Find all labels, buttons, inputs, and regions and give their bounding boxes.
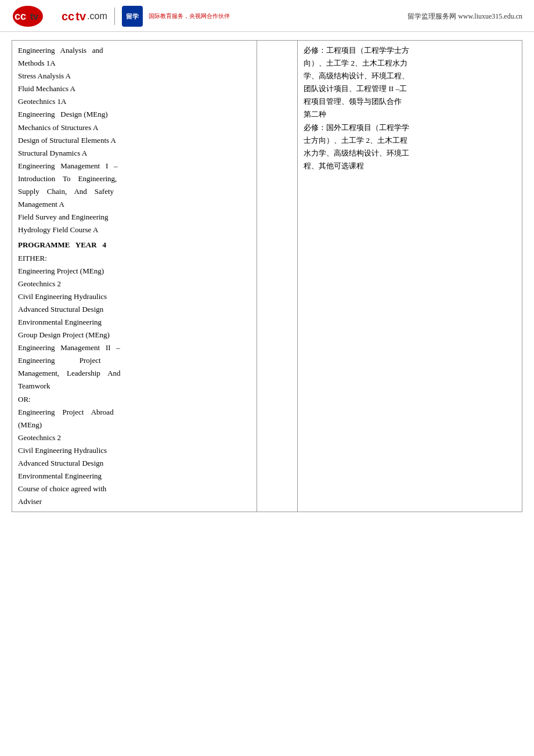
course-line-25: Management, Leadership And [18, 367, 251, 380]
course-line-17: Engineering Project (MEng) [18, 265, 251, 278]
svg-text:tv: tv [30, 12, 38, 21]
right-line-1: 必修：工程项目（工程学学士方 [304, 46, 409, 55]
right-line-4: 团队设计项目、工程管理 II –工 [304, 84, 407, 93]
cctv-logo: cc tv tv [12, 5, 58, 28]
subtitle-area: 国际教育服务，央视网合作伙伴 [149, 12, 230, 20]
course-line-26: Teamwork [18, 380, 251, 393]
course-line-34: Course of choice agreed with [18, 483, 251, 495]
com-text: .com [87, 11, 107, 21]
course-line-21: Environmental Engineering [18, 316, 251, 329]
right-line-5: 程项目管理、领导与团队合作 [304, 97, 402, 106]
table-row-main: Engineering Analysis and Methods 1A Stre… [12, 41, 522, 512]
course-line-35: Adviser [18, 495, 251, 508]
course-line-3: Stress Analysis A [18, 70, 251, 82]
liuxue-logo: 留学 [122, 6, 143, 27]
right-section2: 第二种 [304, 110, 326, 118]
course-line-7: Mechanics of Structures A [18, 121, 251, 134]
cc-text: cc [62, 10, 74, 23]
course-line-5: Geotechnics 1A [18, 95, 251, 108]
course-line-8: Design of Structural Elements A [18, 134, 251, 147]
middle-column [257, 41, 297, 512]
course-line-14: Field Survey and Engineering [18, 211, 251, 224]
course-line-24: Engineering Project [18, 354, 251, 367]
course-line-28: Engineering Project Abroad [18, 406, 251, 419]
right-line-8: 水力学、高级结构设计、环境工 [304, 149, 409, 157]
header-site-url: 留学监理服务网 www.liuxue315.edu.cn [407, 12, 522, 21]
main-content: Engineering Analysis and Methods 1A Stre… [0, 32, 534, 518]
course-line-11: Introduction To Engineering, [18, 172, 251, 185]
course-line-33: Environmental Engineering [18, 470, 251, 483]
course-line-32: Advanced Structural Design [18, 457, 251, 470]
right-line-6: 必修：国外工程项目（工程学学 [304, 123, 409, 132]
svg-text:cc: cc [15, 10, 26, 22]
header: cc tv tv cc tv .com 留学 国际教育服务，央视网合作伙伴 [0, 0, 534, 32]
or-label: OR: [18, 393, 251, 406]
course-line-13: Management A [18, 198, 251, 211]
course-line-20: Advanced Structural Design [18, 303, 251, 316]
left-column: Engineering Analysis and Methods 1A Stre… [12, 41, 257, 512]
course-line-29: (MEng) [18, 419, 251, 431]
either-label: EITHER: [18, 252, 251, 265]
course-line-23: Engineering Management II – [18, 341, 251, 354]
footer-space [0, 518, 534, 692]
header-subtitle: 国际教育服务，央视网合作伙伴 [149, 12, 230, 20]
course-line-22: Group Design Project (MEng) [18, 329, 251, 341]
right-line-2: 向）、土工学 2、土木工程水力 [304, 59, 407, 67]
course-line-31: Civil Engineering Hydraulics [18, 444, 251, 457]
course-line-19: Civil Engineering Hydraulics [18, 290, 251, 303]
course-line-15: Hydrology Field Course A [18, 224, 251, 236]
course-line-10: Engineering Management I – [18, 160, 251, 172]
right-line-7: 士方向）、土工学 2、土木工程 [304, 136, 407, 145]
course-line-9: Structural Dynamics A [18, 147, 251, 160]
logo-text-group: cc tv .com [62, 10, 107, 23]
course-line-1: Engineering Analysis and [18, 44, 251, 57]
course-line-12: Supply Chain, And Safety [18, 185, 251, 198]
page: cc tv tv cc tv .com 留学 国际教育服务，央视网合作伙伴 [0, 0, 534, 756]
course-line-4: Fluid Mechanics A [18, 82, 251, 95]
programme-year4: PROGRAMME YEAR 4 [18, 239, 251, 251]
cctv-logo-svg: cc tv tv [12, 5, 58, 28]
content-table: Engineering Analysis and Methods 1A Stre… [12, 40, 522, 512]
right-column: 必修：工程项目（工程学学士方 向）、土工学 2、土木工程水力 学、高级结构设计、… [298, 41, 522, 512]
logo-separator [114, 8, 115, 25]
course-line-30: Geotechnics 2 [18, 431, 251, 444]
tv-text: tv [75, 10, 86, 23]
liuxue-icon: 留学 [122, 6, 143, 27]
course-line-18: Geotechnics 2 [18, 278, 251, 290]
right-line-3: 学、高级结构设计、环境工程、 [304, 71, 409, 80]
course-line-6: Engineering Design (MEng) [18, 108, 251, 121]
right-line-9: 程、其他可选课程 [304, 161, 364, 170]
liuxue-icon-text: 留学 [126, 12, 139, 21]
course-line-2: Methods 1A [18, 57, 251, 70]
logo-area: cc tv tv cc tv .com 留学 国际教育服务，央视网合作伙伴 [12, 5, 230, 28]
